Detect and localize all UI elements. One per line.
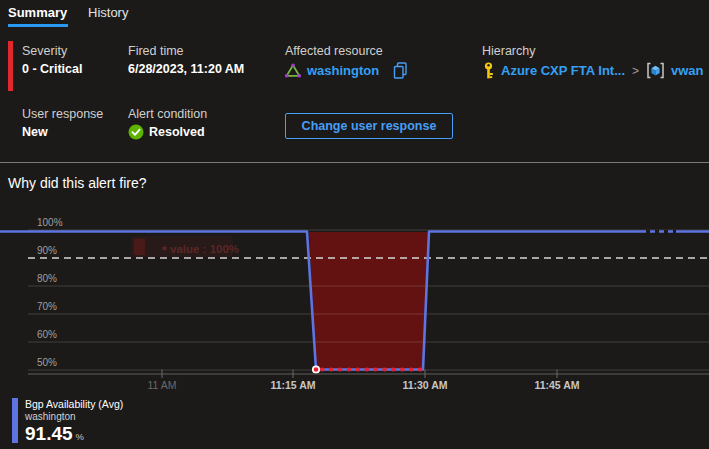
bgp-availability-chart[interactable]: ✶ value : 100% 100% 90% 80% 70% 60% 50% bbox=[0, 205, 709, 395]
alert-condition-value: Resolved bbox=[149, 124, 205, 140]
resolved-check-icon bbox=[128, 124, 144, 140]
hierarchy-subscription-link[interactable]: Azure CXP FTA Int... bbox=[501, 63, 625, 78]
affected-resource-link[interactable]: washington bbox=[307, 63, 379, 78]
svg-text:60%: 60% bbox=[37, 329, 57, 340]
svg-text:✶: ✶ bbox=[160, 243, 168, 254]
x-axis-labels: 11 AM 11:15 AM 11:30 AM 11:45 AM bbox=[148, 379, 580, 391]
severity-color-bar bbox=[8, 41, 13, 91]
hierarchy-field: Hierarchy Azure CXP FTA Int... > bbox=[482, 44, 704, 79]
severity-value: 0 - Critical bbox=[22, 61, 82, 77]
alert-condition-field: Alert condition Resolved bbox=[128, 107, 207, 140]
user-response-value: New bbox=[22, 124, 103, 140]
severity-field: Severity 0 - Critical bbox=[22, 44, 82, 77]
section-divider bbox=[0, 162, 709, 163]
active-tab-underline bbox=[8, 24, 68, 27]
alert-details-page: Summary History Severity 0 - Critical Fi… bbox=[0, 0, 709, 449]
fired-time-value: 6/28/2023, 11:20 AM bbox=[128, 61, 244, 77]
legend-value: 91.45 bbox=[25, 424, 73, 444]
user-response-label: User response bbox=[22, 107, 103, 122]
svg-text:80%: 80% bbox=[37, 273, 57, 284]
vwan-resource-icon bbox=[646, 62, 665, 79]
hierarchy-label: Hierarchy bbox=[482, 44, 704, 59]
faded-tooltip: ✶ value : 100% bbox=[131, 236, 239, 257]
tab-bar: Summary History bbox=[0, 0, 709, 30]
alert-condition-label: Alert condition bbox=[128, 107, 207, 122]
legend-unit: % bbox=[76, 431, 84, 442]
user-response-field: User response New bbox=[22, 107, 103, 140]
legend-series-name: Bgp Availability (Avg) bbox=[25, 398, 123, 411]
svg-text:11:15 AM: 11:15 AM bbox=[270, 379, 315, 391]
y-axis-labels: 100% 90% 80% 70% 60% 50% bbox=[37, 217, 63, 368]
connection-monitor-icon bbox=[285, 63, 301, 78]
legend-color-bar bbox=[12, 398, 18, 443]
svg-text:90%: 90% bbox=[37, 245, 57, 256]
svg-text:11 AM: 11 AM bbox=[148, 379, 177, 391]
fired-time-field: Fired time 6/28/2023, 11:20 AM bbox=[128, 44, 244, 77]
hierarchy-separator: > bbox=[631, 64, 640, 78]
dip-start-marker bbox=[313, 366, 319, 372]
svg-text:50%: 50% bbox=[37, 357, 57, 368]
affected-resource-field: Affected resource washington bbox=[285, 44, 408, 79]
change-user-response-button[interactable]: Change user response bbox=[285, 113, 453, 139]
affected-resource-label: Affected resource bbox=[285, 44, 408, 59]
hierarchy-vwan-link[interactable]: vwan bbox=[671, 63, 704, 78]
chart-legend-item[interactable]: Bgp Availability (Avg) washington 91.45 … bbox=[12, 398, 123, 444]
fired-time-label: Fired time bbox=[128, 44, 244, 59]
svg-text:11:30 AM: 11:30 AM bbox=[402, 379, 447, 391]
tab-summary[interactable]: Summary bbox=[8, 5, 67, 20]
copy-icon[interactable] bbox=[393, 62, 408, 79]
svg-text:value : 100%: value : 100% bbox=[170, 243, 239, 255]
svg-text:70%: 70% bbox=[37, 301, 57, 312]
svg-text:100%: 100% bbox=[37, 217, 63, 228]
key-icon bbox=[482, 62, 495, 79]
severity-label: Severity bbox=[22, 44, 82, 59]
section-title: Why did this alert fire? bbox=[8, 175, 147, 191]
tab-history[interactable]: History bbox=[88, 5, 128, 20]
violation-area bbox=[309, 232, 429, 370]
legend-resource-name: washington bbox=[25, 411, 123, 423]
svg-text:11:45 AM: 11:45 AM bbox=[534, 379, 579, 391]
